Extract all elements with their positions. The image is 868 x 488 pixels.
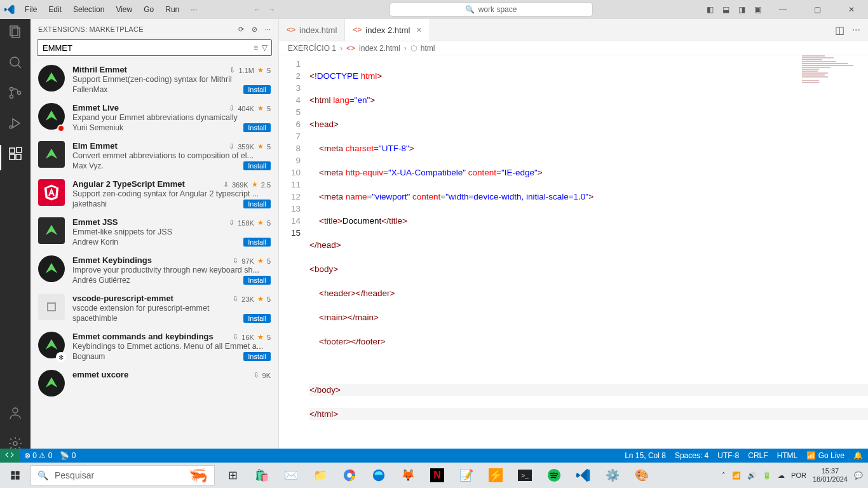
window-close-icon[interactable]: ✕ xyxy=(839,5,864,14)
notifications-icon[interactable]: 🔔 xyxy=(853,451,863,460)
run-debug-icon[interactable] xyxy=(8,116,23,131)
start-button[interactable] xyxy=(0,463,31,488)
app-winamp-icon[interactable]: ⚡ xyxy=(483,463,508,488)
app-chrome-icon[interactable] xyxy=(337,463,362,488)
app-firefox-icon[interactable]: 🦊 xyxy=(395,463,421,488)
install-button[interactable]: Install xyxy=(243,238,271,247)
tab-more-icon[interactable]: ··· xyxy=(852,24,860,36)
app-settings-icon[interactable]: ⚙️ xyxy=(600,463,625,488)
indentation[interactable]: Spaces: 4 xyxy=(675,451,709,460)
code-editor[interactable]: 123456789101112131415 <!DOCTYPE html> <h… xyxy=(279,55,868,458)
extension-stats: ⇩ 359K ★ 5 xyxy=(229,142,271,151)
app-mail-icon[interactable]: ✉️ xyxy=(278,463,304,488)
extension-item[interactable]: Elm Emmet⇩ 359K ★ 5Convert emmet abbrevi… xyxy=(31,136,278,174)
star-icon: ★ xyxy=(257,219,264,227)
layout-panel-icon[interactable]: ⬓ xyxy=(722,5,729,14)
tab-index-html[interactable]: <> index.html xyxy=(279,19,345,41)
extensions-icon[interactable] xyxy=(8,146,23,161)
breadcrumb-symbol[interactable]: html xyxy=(421,44,435,53)
tray-onedrive-icon[interactable]: ☁ xyxy=(778,471,785,480)
tray-language[interactable]: POR xyxy=(791,471,806,479)
app-store-icon[interactable]: 🛍️ xyxy=(249,463,275,488)
extension-item[interactable]: Emmet JSS⇩ 158K ★ 5Emmet-like snippets f… xyxy=(31,212,278,250)
menu-view[interactable]: View xyxy=(110,5,138,14)
app-paint-icon[interactable]: 🎨 xyxy=(629,463,654,488)
download-icon: ⇩ xyxy=(229,142,234,151)
ports-indicator[interactable]: 📡 0 xyxy=(60,451,76,460)
clear-icon[interactable]: ⊘ xyxy=(252,25,257,34)
menu-go[interactable]: Go xyxy=(138,5,159,14)
extension-item[interactable]: ✻Emmet commands and keybindings⇩ 16K ★ 5… xyxy=(31,327,278,365)
extension-list[interactable]: Mithril Emmet⇩ 1.1M ★ 5Support Emmet(zen… xyxy=(31,60,278,458)
extension-item[interactable]: vscode-purescript-emmet⇩ 23K ★ 5vscode e… xyxy=(31,288,278,327)
menu-file[interactable]: File xyxy=(19,5,43,14)
source-control-icon[interactable] xyxy=(8,85,23,100)
nav-back-icon[interactable]: ← xyxy=(254,5,261,14)
app-netflix-icon[interactable]: N xyxy=(424,463,450,488)
windows-taskbar: 🔍 Pesquisar 🦐 ⊞ 🛍️ ✉️ 📁 🦊 N 📝 ⚡ >_ ⚙️ 🎨 … xyxy=(0,463,868,488)
extension-item[interactable]: Mithril Emmet⇩ 1.1M ★ 5Support Emmet(zen… xyxy=(31,60,278,98)
extension-item[interactable]: Angular 2 TypeScript Emmet⇩ 369K ★ 2.5Su… xyxy=(31,174,278,212)
install-button[interactable]: Install xyxy=(243,276,271,285)
app-explorer-icon[interactable]: 📁 xyxy=(308,463,333,488)
tray-volume-icon[interactable]: 🔊 xyxy=(747,471,756,480)
menu-more[interactable]: ··· xyxy=(185,5,203,14)
install-button[interactable]: Install xyxy=(243,200,271,208)
install-button[interactable]: Install xyxy=(243,85,271,94)
filter-icon[interactable]: ≡ xyxy=(254,43,258,52)
cursor-position[interactable]: Ln 15, Col 8 xyxy=(625,451,666,460)
funnel-icon[interactable]: ▽ xyxy=(262,43,268,52)
split-editor-icon[interactable]: ◫ xyxy=(835,24,844,36)
extension-search-input[interactable] xyxy=(37,43,254,53)
account-icon[interactable] xyxy=(8,405,23,421)
task-view-icon[interactable]: ⊞ xyxy=(220,463,245,488)
command-center[interactable]: 🔍 work space xyxy=(390,3,593,17)
layout-primary-icon[interactable]: ◧ xyxy=(707,5,714,14)
menu-edit[interactable]: Edit xyxy=(43,5,67,14)
refresh-icon[interactable]: ⟳ xyxy=(238,25,244,34)
taskbar-search[interactable]: 🔍 Pesquisar 🦐 xyxy=(31,465,215,485)
window-maximize-icon[interactable]: ▢ xyxy=(804,5,830,14)
tab-index-2-html[interactable]: <> index 2.html × xyxy=(345,19,430,41)
close-icon[interactable]: × xyxy=(416,25,421,35)
minimap[interactable] xyxy=(802,55,859,93)
svg-point-4 xyxy=(10,88,13,91)
app-edge-icon[interactable] xyxy=(366,463,391,488)
app-terminal-icon[interactable]: >_ xyxy=(512,463,538,488)
eol[interactable]: CRLF xyxy=(748,451,768,460)
breadcrumb-folder[interactable]: EXERCÍCIO 1 xyxy=(288,44,336,53)
app-vscode-icon[interactable] xyxy=(571,463,596,488)
app-notepad-icon[interactable]: 📝 xyxy=(454,463,479,488)
more-icon[interactable]: ··· xyxy=(265,25,271,34)
install-button[interactable]: Install xyxy=(243,123,271,132)
install-button[interactable]: Install xyxy=(243,161,271,170)
tray-battery-icon[interactable]: 🔋 xyxy=(763,471,771,480)
problems-indicator[interactable]: ⊗ 0 ⚠ 0 xyxy=(24,451,52,460)
extension-search-wrap[interactable]: ≡ ▽ xyxy=(37,39,272,56)
breadcrumb[interactable]: EXERCÍCIO 1 › <> index 2.html › ⬡ html xyxy=(279,41,868,55)
explorer-icon[interactable] xyxy=(8,24,23,39)
tray-wifi-icon[interactable]: 📶 xyxy=(732,471,741,480)
go-live[interactable]: 📶 Go Live xyxy=(806,451,844,460)
language-mode[interactable]: HTML xyxy=(777,451,798,460)
install-button[interactable]: Install xyxy=(243,314,271,323)
breadcrumb-file[interactable]: index 2.html xyxy=(359,44,400,53)
menu-selection[interactable]: Selection xyxy=(67,5,110,14)
window-minimize-icon[interactable]: — xyxy=(770,5,796,14)
nav-forward-icon[interactable]: → xyxy=(268,5,275,14)
extension-item[interactable]: Emmet Keybindings⇩ 97K ★ 5Improve your p… xyxy=(31,250,278,288)
layout-secondary-icon[interactable]: ◨ xyxy=(738,5,745,14)
tray-clock[interactable]: 15:37 18/01/2024 xyxy=(813,467,848,484)
app-spotify-icon[interactable] xyxy=(541,463,567,488)
tray-notifications-icon[interactable]: 💬 xyxy=(854,471,863,480)
extension-item[interactable]: Emmet Live⇩ 404K ★ 5Expand your Emmet ab… xyxy=(31,98,278,136)
layout-customize-icon[interactable]: ▣ xyxy=(754,5,761,14)
extension-item[interactable]: emmet uxcore⇩ 9K xyxy=(31,365,278,400)
code-lines[interactable]: <!DOCTYPE html> <html lang="en"> <head> … xyxy=(309,55,868,458)
menu-run[interactable]: Run xyxy=(159,5,185,14)
tray-chevron-icon[interactable]: ˄ xyxy=(722,471,726,480)
encoding[interactable]: UTF-8 xyxy=(717,451,739,460)
search-icon[interactable] xyxy=(8,55,23,70)
install-button[interactable]: Install xyxy=(243,352,271,361)
remote-indicator[interactable] xyxy=(0,449,19,463)
